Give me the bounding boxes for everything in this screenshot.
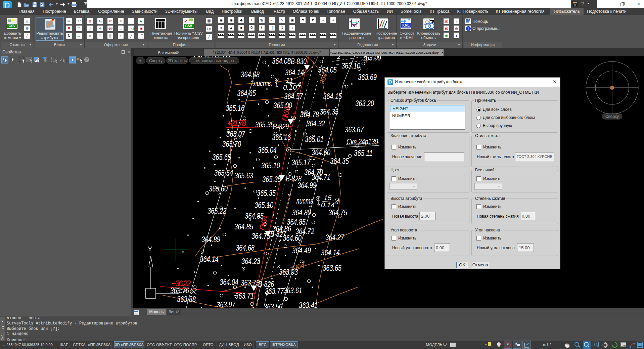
svg-text:364.08: 364.08 [272, 57, 291, 66]
svg-text:Сверху: Сверху [149, 58, 163, 63]
svg-text:365.35: 365.35 [257, 189, 276, 198]
svg-text:363.50: 363.50 [264, 302, 282, 308]
svg-text:363.20: 363.20 [355, 99, 374, 108]
svg-text:В-829: В-829 [273, 122, 289, 131]
svg-text:365.11: 365.11 [354, 149, 373, 158]
svg-text:364.89: 364.89 [201, 235, 220, 244]
svg-text:364.60: 364.60 [312, 148, 330, 157]
svg-text:365.70: 365.70 [222, 140, 241, 148]
svg-text:363.65: 363.65 [323, 264, 341, 272]
svg-text:364.75: 364.75 [251, 232, 270, 241]
svg-text:364.65: 364.65 [237, 89, 256, 98]
svg-text:365.10: 365.10 [255, 201, 273, 210]
svg-text:15: 15 [324, 194, 332, 202]
svg-text:365.01: 365.01 [305, 135, 324, 144]
svg-text:Сверху: Сверху [605, 114, 619, 119]
svg-text:363.71: 363.71 [235, 292, 254, 300]
svg-text:365.22: 365.22 [208, 207, 226, 215]
svg-text:364.85: 364.85 [234, 222, 253, 231]
svg-text:364.57: 364.57 [284, 92, 303, 101]
svg-text:365.65: 365.65 [212, 153, 231, 162]
svg-text:364.27: 364.27 [325, 233, 344, 242]
svg-text:363.93: 363.93 [279, 268, 298, 276]
svg-text:364.49: 364.49 [292, 246, 311, 255]
svg-text:364.14: 364.14 [200, 255, 219, 264]
svg-text:364.08: 364.08 [241, 70, 260, 79]
svg-text:363.67: 363.67 [345, 125, 364, 134]
svg-text:365.54: 365.54 [214, 169, 233, 177]
svg-text:364.05: 364.05 [318, 66, 337, 74]
svg-text:364.14: 364.14 [321, 248, 340, 257]
svg-text:0.14: 0.14 [321, 201, 335, 209]
svg-text:0.10: 0.10 [283, 83, 297, 91]
svg-text:364.80: 364.80 [292, 208, 311, 217]
svg-text:364.14: 364.14 [285, 68, 304, 77]
svg-text:363.10: 363.10 [341, 61, 360, 70]
svg-text:365.60: 365.60 [209, 184, 228, 193]
svg-text:Скв.24р139: Скв.24р139 [347, 137, 378, 146]
svg-text:364.71: 364.71 [312, 173, 330, 182]
svg-text:364.35: 364.35 [330, 157, 349, 166]
svg-text:363.88: 363.88 [177, 295, 196, 304]
svg-text:365.04: 365.04 [258, 146, 277, 155]
svg-text:365.17: 365.17 [291, 158, 311, 167]
svg-text:363.69: 363.69 [358, 73, 377, 82]
svg-text:365.16: 365.16 [272, 133, 291, 142]
svg-text:листв.: листв. [296, 197, 315, 205]
svg-text:363.97: 363.97 [217, 300, 236, 308]
svg-text:+: + [139, 58, 141, 63]
svg-text:364.35: 364.35 [320, 107, 338, 116]
svg-text:364.23: 364.23 [241, 257, 260, 266]
svg-text:2: 2 [337, 56, 340, 60]
svg-text:+81.78: +81.78 [227, 119, 246, 128]
svg-text:365.63: 365.63 [234, 171, 253, 180]
svg-text:365.10: 365.10 [261, 161, 280, 170]
svg-text:364.04: 364.04 [220, 278, 238, 287]
svg-text:365.07: 365.07 [226, 130, 245, 138]
svg-text:--- нет связанных видов ---: --- нет связанных видов --- [189, 58, 239, 63]
svg-text:2D-каркас: 2D-каркас [168, 58, 187, 63]
svg-text:365.35: 365.35 [262, 175, 281, 184]
svg-text:4: 4 [297, 80, 301, 88]
svg-text:В-830: В-830 [291, 57, 307, 66]
svg-text:365.35: 365.35 [255, 120, 274, 129]
svg-text:363.09: 363.09 [362, 56, 381, 62]
svg-text:+36.22: +36.22 [172, 279, 191, 288]
svg-text:Y: Y [148, 245, 152, 253]
svg-text:11: 11 [286, 76, 293, 84]
svg-text:363.41: 363.41 [299, 301, 318, 308]
svg-text:364.75: 364.75 [328, 208, 347, 217]
svg-text:листв.: листв. [253, 79, 272, 88]
svg-text:365.16: 365.16 [226, 104, 244, 113]
svg-text:364.32: 364.32 [306, 119, 325, 128]
svg-text:363.61: 363.61 [283, 286, 302, 295]
svg-text:364.99: 364.99 [297, 181, 316, 190]
svg-text:?: ? [467, 19, 469, 23]
svg-text:KML: KML [402, 24, 410, 27]
svg-text:363.75: 363.75 [241, 278, 260, 287]
svg-text:364.60: 364.60 [283, 234, 302, 243]
svg-text:364.15: 364.15 [323, 92, 342, 101]
